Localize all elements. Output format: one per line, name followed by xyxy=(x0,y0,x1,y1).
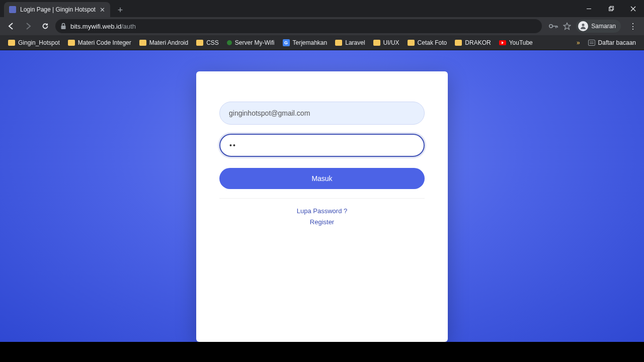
avatar-icon xyxy=(578,21,588,31)
bookmark-item[interactable]: Materi Code Integer xyxy=(65,37,134,48)
browser-window: Login Page | Gingin Hotspot ✕ + xyxy=(0,0,644,362)
menu-button[interactable]: ⋮ xyxy=(626,22,640,31)
folder-icon xyxy=(335,40,342,46)
svg-rect-1 xyxy=(609,7,612,11)
folder-icon xyxy=(455,40,462,46)
forgot-password-link[interactable]: Lupa Password ? xyxy=(219,206,425,217)
arrow-left-icon xyxy=(7,22,15,30)
register-link[interactable]: Register xyxy=(219,217,425,228)
tab-title: Login Page | Gingin Hotspot xyxy=(20,6,96,13)
maximize-icon xyxy=(608,6,614,12)
viewport: Masuk Lupa Password ? Register xyxy=(0,50,644,362)
folder-icon xyxy=(8,40,15,46)
login-button[interactable]: Masuk xyxy=(219,168,425,189)
arrow-right-icon xyxy=(24,22,32,30)
bookmark-label: Materi Android xyxy=(149,39,188,46)
bookmark-item[interactable]: GTerjemahkan xyxy=(280,37,331,48)
bookmark-item[interactable]: Laravel xyxy=(332,37,368,48)
toolbar-right: Samaran ⋮ xyxy=(549,20,640,33)
reading-list-label: Daftar bacaan xyxy=(598,39,636,46)
bookmark-label: Gingin_Hotspot xyxy=(18,39,60,46)
email-field[interactable] xyxy=(219,102,425,125)
reading-list-button[interactable]: Daftar bacaan xyxy=(585,37,639,48)
window-controls xyxy=(578,0,644,17)
tab-bar: Login Page | Gingin Hotspot ✕ + xyxy=(0,0,644,17)
svg-rect-2 xyxy=(610,6,613,10)
folder-icon xyxy=(139,40,146,46)
bookmark-item[interactable]: CSS xyxy=(193,37,222,48)
bookmark-label: Server My-Wifi xyxy=(235,39,275,46)
bookmark-label: DRAKOR xyxy=(465,39,491,46)
profile-name: Samaran xyxy=(591,23,616,30)
bookmark-label: CSS xyxy=(206,39,219,46)
svg-point-6 xyxy=(549,25,552,28)
bookmark-item[interactable]: DRAKOR xyxy=(452,37,494,48)
reload-button[interactable] xyxy=(38,19,52,33)
maximize-button[interactable] xyxy=(600,0,622,17)
folder-icon xyxy=(68,40,75,46)
bookmark-label: YouTube xyxy=(509,39,533,46)
close-tab-icon[interactable]: ✕ xyxy=(100,6,105,14)
folder-icon xyxy=(196,40,203,46)
login-card: Masuk Lupa Password ? Register xyxy=(196,71,448,342)
folder-icon xyxy=(408,40,415,46)
page-background: Masuk Lupa Password ? Register xyxy=(0,50,644,342)
omnibox[interactable]: bits.mywifi.web.id/auth xyxy=(55,19,542,33)
bookmark-item[interactable]: UI/UX xyxy=(370,37,403,48)
close-icon xyxy=(630,6,636,12)
bookmark-item[interactable]: YouTube xyxy=(496,37,536,48)
bookmark-label: Cetak Foto xyxy=(418,39,447,46)
bookmark-label: Materi Code Integer xyxy=(78,39,131,46)
bookmark-item[interactable]: Materi Android xyxy=(136,37,191,48)
bookmark-label: Terjemahkan xyxy=(293,39,328,46)
yt-icon xyxy=(499,40,506,45)
profile-chip[interactable]: Samaran xyxy=(576,20,621,33)
folder-icon xyxy=(373,40,380,46)
bookmark-item[interactable]: Gingin_Hotspot xyxy=(5,37,63,48)
address-bar: bits.mywifi.web.id/auth Samaran ⋮ xyxy=(0,17,644,35)
reading-list-icon xyxy=(588,40,595,46)
divider xyxy=(219,198,425,199)
browser-tab[interactable]: Login Page | Gingin Hotspot ✕ xyxy=(4,2,110,17)
bookmark-label: Laravel xyxy=(345,39,365,46)
lock-icon xyxy=(60,23,66,30)
chevron-right-icon: » xyxy=(577,39,580,46)
svg-rect-5 xyxy=(61,26,66,29)
svg-point-10 xyxy=(582,24,585,26)
bookmark-label: UI/UX xyxy=(383,39,399,46)
reload-icon xyxy=(41,22,49,30)
bookmark-item[interactable]: Server My-Wifi xyxy=(224,37,278,48)
password-key-icon[interactable] xyxy=(549,23,558,29)
forward-button[interactable] xyxy=(21,19,35,33)
url-path: /auth xyxy=(121,23,136,30)
bookmark-item[interactable]: Cetak Foto xyxy=(405,37,450,48)
minimize-button[interactable] xyxy=(578,0,600,17)
url-host: bits.mywifi.web.id xyxy=(70,23,121,30)
back-button[interactable] xyxy=(4,19,18,33)
url-text: bits.mywifi.web.id/auth xyxy=(70,23,136,30)
bookmark-star-icon[interactable] xyxy=(563,22,571,30)
login-links: Lupa Password ? Register xyxy=(219,206,425,228)
minimize-icon xyxy=(586,6,592,12)
bookmarks-bar: Gingin_HotspotMateri Code IntegerMateri … xyxy=(0,35,644,50)
gt-icon: G xyxy=(283,39,290,46)
bottom-black-bar xyxy=(0,342,644,362)
dot-green-icon xyxy=(227,40,232,45)
close-window-button[interactable] xyxy=(622,0,644,17)
new-tab-button[interactable]: + xyxy=(113,3,127,17)
password-field[interactable] xyxy=(219,134,425,157)
favicon-icon xyxy=(9,6,16,13)
bookmarks-overflow[interactable]: » xyxy=(574,37,583,48)
